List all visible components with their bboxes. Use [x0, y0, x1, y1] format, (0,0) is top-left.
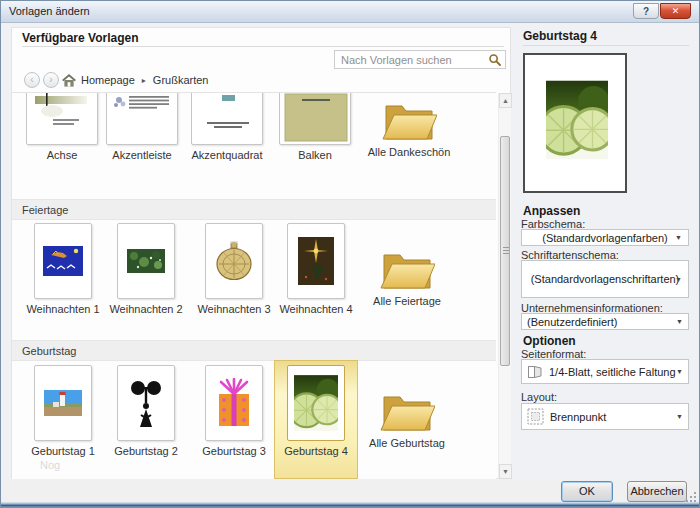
back-button[interactable]: ‹ [24, 72, 40, 88]
template-tile-geburtstag-2[interactable]: Geburtstag 2 [105, 365, 187, 457]
folder-tile-alle-feiertage[interactable]: Alle Feiertage [357, 223, 457, 307]
folder-label: Alle Dankeschön [359, 146, 459, 158]
color-scheme-value: (Standardvorlagenfarben) [542, 232, 667, 244]
template-tile-weihnachten-4[interactable]: Weihnachten 4 [275, 223, 357, 315]
folder-icon [379, 247, 435, 291]
available-templates-header: Verfügbare Vorlagen [22, 31, 138, 45]
template-tile-akzentquadrat[interactable]: Akzentquadrat [186, 93, 268, 161]
template-card [287, 223, 345, 299]
scrollbar-thumb[interactable] [500, 136, 510, 366]
back-icon: ‹ [30, 74, 33, 85]
titlebar[interactable]: Vorlagen ändern ? ✕ [1, 1, 699, 23]
template-label: Akzentquadrat [186, 149, 268, 161]
chevron-down-icon: ▼ [675, 276, 682, 283]
template-label: Geburtstag 3 [193, 445, 275, 457]
page-size-dropdown[interactable]: 1/4-Blatt, seitliche Faltung ▼ [521, 359, 689, 384]
forward-button[interactable]: › [43, 72, 59, 88]
template-search-box [334, 50, 506, 69]
template-tile-geburtstag-4-selected[interactable]: Geburtstag 4 [275, 365, 357, 457]
akzentquadrat-thumbnail [192, 93, 263, 145]
help-button[interactable]: ? [633, 3, 659, 19]
template-label: Geburtstag 4 [275, 445, 357, 457]
geburtstag-3-thumbnail [213, 378, 255, 428]
scroll-down-button[interactable]: ▼ [499, 464, 512, 479]
template-tile-akzentleiste[interactable]: Akzentleiste [101, 93, 183, 161]
window-title: Vorlagen ändern [9, 5, 90, 17]
color-scheme-dropdown[interactable]: (Standardvorlagenfarben) ▼ [521, 229, 689, 246]
geburtstag-4-preview-image [546, 80, 608, 160]
help-icon: ? [643, 6, 649, 17]
search-input[interactable] [339, 52, 479, 67]
search-icon[interactable] [488, 53, 502, 67]
layout-grid-icon [527, 408, 544, 425]
breadcrumb-separator-icon: ▸ [140, 76, 148, 85]
font-scheme-dropdown[interactable]: (Standardvorlagenschriftarten) ▼ [521, 260, 689, 298]
close-icon: ✕ [672, 6, 680, 16]
close-button[interactable]: ✕ [660, 3, 691, 19]
layout-label: Layout: [521, 391, 557, 403]
faint-next-section-text: Nog [40, 459, 60, 471]
template-tile-geburtstag-3[interactable]: Geburtstag 3 [193, 365, 275, 457]
business-info-dropdown[interactable]: (Benutzerdefiniert) ▼ [521, 313, 689, 330]
available-templates-panel: Verfügbare Vorlagen ‹ › Homep [11, 27, 511, 479]
template-label: Weihnachten 3 [193, 303, 275, 315]
breadcrumb-home[interactable]: Homepage [81, 74, 135, 86]
folder-icon [379, 389, 435, 433]
balken-thumbnail [280, 93, 351, 145]
weihnachten-4-thumbnail [298, 237, 334, 285]
chevron-down-icon: ▼ [676, 318, 683, 325]
template-label: Weihnachten 1 [22, 303, 104, 315]
window-bottom-frame [1, 502, 699, 507]
template-card [26, 93, 98, 145]
section-header-geburtstag: Geburtstag [12, 340, 496, 361]
template-preview [523, 53, 627, 193]
page-size-value: 1/4-Blatt, seitliche Faltung [549, 366, 676, 378]
achse-thumbnail [27, 93, 98, 145]
selected-template-title: Geburtstag 4 [523, 29, 597, 43]
template-gallery: Achse Akzentleiste [12, 93, 496, 479]
template-card [34, 365, 92, 441]
chevron-down-icon: ▼ [676, 368, 683, 375]
section-header-feiertage: Feiertage [12, 199, 496, 220]
geburtstag-1-thumbnail [44, 390, 82, 416]
template-card [287, 365, 345, 441]
business-info-value: (Benutzerdefiniert) [527, 316, 618, 328]
scroll-up-button[interactable]: ▲ [499, 93, 512, 108]
ok-button[interactable]: OK [561, 481, 613, 502]
gallery-scrollbar[interactable]: ▲ ▼ [498, 93, 511, 479]
template-tile-weihnachten-3[interactable]: Weihnachten 3 [193, 223, 275, 315]
detail-divider [523, 45, 689, 46]
folder-icon [381, 98, 437, 142]
breadcrumb-current[interactable]: Grußkarten [153, 74, 209, 86]
scroll-up-icon: ▲ [502, 97, 509, 104]
template-card [34, 223, 92, 299]
folder-tile-alle-dankeschoen[interactable]: Alle Dankeschön [359, 93, 459, 158]
template-label: Geburtstag 1 [22, 445, 104, 457]
template-tile-geburtstag-1[interactable]: Geburtstag 1 [22, 365, 104, 457]
weihnachten-1-thumbnail [43, 246, 83, 276]
layout-dropdown[interactable]: Brennpunkt ▼ [521, 403, 689, 430]
template-card [279, 93, 351, 145]
template-label: Balken [274, 149, 356, 161]
geburtstag-4-thumbnail [294, 374, 338, 432]
options-heading: Optionen [523, 334, 576, 348]
template-tile-weihnachten-2[interactable]: Weihnachten 2 [105, 223, 187, 315]
breadcrumb: ‹ › Homepage ▸ Grußkarten [12, 70, 496, 92]
template-label: Weihnachten 4 [275, 303, 357, 315]
template-card [106, 93, 178, 145]
cancel-button[interactable]: Abbrechen [627, 481, 687, 502]
layout-value: Brennpunkt [550, 411, 606, 423]
template-detail-panel: Geburtstag 4 Anpassen Farbschema: [519, 27, 693, 479]
weihnachten-3-thumbnail [212, 240, 256, 282]
folder-tile-alle-geburtstag[interactable]: Alle Geburtstag [357, 365, 457, 449]
template-card [191, 93, 263, 145]
home-icon[interactable] [62, 74, 76, 87]
template-tile-achse[interactable]: Achse [21, 93, 103, 161]
template-card [205, 223, 263, 299]
template-tile-weihnachten-1[interactable]: Weihnachten 1 [22, 223, 104, 315]
folder-label: Alle Geburtstag [357, 437, 457, 449]
template-tile-balken[interactable]: Balken [274, 93, 356, 161]
template-label: Weihnachten 2 [105, 303, 187, 315]
change-templates-dialog: Vorlagen ändern ? ✕ Verfügbare Vorlagen … [0, 0, 700, 508]
page-fold-icon [527, 364, 543, 380]
